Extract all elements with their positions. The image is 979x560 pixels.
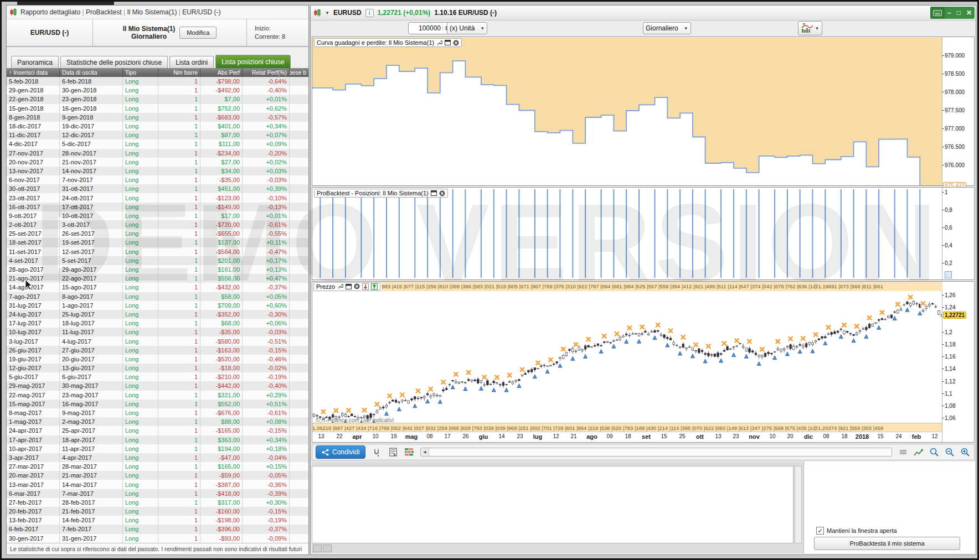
table-row[interactable]: 13-feb-201714-feb-2017Long1-$198,00-0,19… — [7, 516, 308, 525]
table-row[interactable]: 30-gen-201731-gen-2017Long1-$93,00-0,09% — [7, 534, 308, 543]
table-row[interactable]: 3-lug-20174-lug-2017Long1-$580,00-0,51% — [7, 336, 308, 345]
table-row[interactable]: 28-ago-201729-ago-2017Long1$161,00+0,13% — [7, 265, 308, 274]
table-row[interactable]: 13-nov-201714-nov-2017Long1$34,00+0,03% — [7, 167, 308, 175]
chart-type-button[interactable]: ▼ — [798, 21, 822, 35]
table-row[interactable]: 8-mag-20179-mag-2017Long1-$676,00-0,61% — [7, 408, 308, 417]
table-row[interactable]: 15-mag-201716-mag-2017Long1$552,00+0,51% — [7, 400, 308, 408]
close-button[interactable]: ✕ — [963, 7, 975, 19]
tab-statistiche-delle-posizioni-chiuse[interactable]: Statistiche delle posizioni chiuse — [60, 56, 168, 68]
table-row[interactable]: 22-mag-201723-mag-2017Long1$321,00+0,29% — [7, 391, 308, 400]
tab-lista-ordini[interactable]: Lista ordini — [169, 56, 214, 68]
maximize-button[interactable]: □ — [954, 7, 963, 19]
table-row[interactable]: 20-mar-201721-mar-2017Long1-$59,00-0,05% — [7, 471, 308, 480]
table-row[interactable]: 17-lug-201718-lug-2017Long1$68,00+0,06% — [7, 319, 308, 328]
table-row[interactable]: 20-nov-201721-nov-2017Long1$27,00+0,02% — [7, 158, 308, 167]
column-header[interactable]: Data di uscita — [60, 68, 123, 77]
keyboard-icon[interactable] — [930, 7, 945, 19]
modify-button[interactable]: Modifica — [179, 27, 217, 39]
breadcrumb-item[interactable]: EUR/USD (-) — [182, 8, 220, 16]
horizontal-scrollbar[interactable]: ◀ — [420, 448, 892, 457]
keep-open-option[interactable]: ✓ Mantieni la finestra aperta — [816, 527, 897, 535]
column-header[interactable]: Relat Perf(%) — [243, 68, 290, 77]
close-icon[interactable] — [453, 40, 459, 46]
backtest-bricks-icon[interactable] — [404, 447, 415, 458]
table-row[interactable]: 21-ago-201722-ago-2017Long1$556,00+0,47% — [7, 274, 308, 283]
close-icon[interactable] — [439, 190, 445, 196]
link-tool-icon[interactable] — [371, 447, 382, 458]
window-icon[interactable] — [431, 190, 437, 196]
table-row[interactable]: 4-dic-20175-dic-2017Long1$111,00+0,09% — [7, 139, 308, 148]
table-row[interactable]: 30-ott-201731-ott-2017Long1$451,00+0,39% — [7, 184, 308, 193]
table-row[interactable]: 6-nov-20177-nov-2017Long1-$35,00-0,03% — [7, 175, 308, 184]
table-row[interactable]: 24-lug-201725-lug-2017Long1-$352,00-0,30… — [7, 310, 308, 319]
resize-grip[interactable] — [323, 545, 332, 552]
table-row[interactable]: 9-ott-201710-ott-2017Long1$17,00+0,01% — [7, 211, 308, 220]
sell-arrow-icon[interactable] — [362, 283, 369, 290]
table-row[interactable]: 26-giu-201727-giu-2017Long1-$163,00-0,15… — [7, 346, 308, 355]
tab-lista-posizioni-chiuse[interactable]: Lista posizioni chiuse — [215, 55, 290, 68]
table-row[interactable]: 17-apr-201718-apr-2017Long1$363,00+0,34% — [7, 435, 308, 444]
table-row[interactable]: 6-mar-20177-mar-2017Long1-$418,00-0,39% — [7, 489, 308, 498]
table-row[interactable]: 25-set-201726-set-2017Long1-$655,00-0,55… — [7, 229, 308, 238]
table-row[interactable]: 22-gen-201823-gen-2018Long1$7,00+0,01% — [7, 95, 308, 103]
column-header[interactable]: Nm barre — [158, 68, 200, 77]
table-row[interactable]: 19-giu-201720-giu-2017Long1-$520,00-0,46… — [7, 355, 308, 364]
table-row[interactable]: 29-mag-201730-mag-2017Long1-$442,00-0,40… — [7, 381, 308, 390]
table-row[interactable]: 3-apr-20174-apr-2017Long1-$47,00-0,04% — [7, 453, 308, 462]
quantity-value[interactable]: 100000 — [409, 24, 442, 32]
table-row[interactable]: 8-gen-20189-gen-2018Long1-$683,00-0,57% — [7, 113, 308, 122]
table-row[interactable]: 2-ott-20173-ott-2017Long1-$720,00-0,61% — [7, 220, 308, 229]
buy-arrow-icon[interactable] — [371, 283, 378, 290]
scale-handle[interactable] — [945, 271, 952, 278]
minimize-button[interactable]: – — [945, 7, 954, 19]
table-row[interactable]: 1-mag-20172-mag-2017Long1$88,00+0,08% — [7, 417, 308, 426]
breadcrumb-item[interactable]: Il Mio Sistema(1) — [127, 8, 177, 16]
table-row[interactable]: 16-ott-201717-ott-2017Long1-$149,00-0,13… — [7, 203, 308, 211]
breadcrumb-item[interactable]: ProBacktest — [86, 8, 122, 16]
table-row[interactable]: 5-feb-20186-feb-2018Long1-$798,00-0,64% — [7, 77, 308, 86]
column-header[interactable]: ↑ Inserisci data — [7, 68, 60, 77]
table-row[interactable]: 5-giu-20176-giu-2017Long1-$210,00-0,19% — [7, 372, 308, 381]
unit-dropdown[interactable]: (x) Unità▼ — [447, 22, 487, 34]
info-icon[interactable]: i — [365, 9, 374, 17]
table-row[interactable]: 13-mar-201714-mar-2017Long1-$387,00-0,36… — [7, 480, 308, 489]
table-row[interactable]: 27-nov-201728-nov-2017Long1-$234,00-0,20… — [7, 149, 308, 158]
share-button[interactable]: Condividi — [316, 445, 365, 459]
quantity-stepper[interactable]: 100000 ▲▼ — [408, 22, 450, 34]
close-icon[interactable] — [354, 283, 360, 289]
wrench-icon[interactable] — [337, 283, 343, 289]
table-row[interactable]: 27-feb-201728-feb-2017Long1$317,00+0,30% — [7, 498, 308, 507]
scroll-left-icon[interactable]: ◀ — [421, 448, 429, 456]
tab-panoramica[interactable]: Panoramica — [11, 56, 59, 68]
window-icon[interactable] — [346, 284, 352, 289]
breadcrumb-item[interactable]: Rapporto dettagliato — [20, 8, 80, 16]
table-row[interactable]: 10-lug-201711-lug-2017Long1-$35,00-0,03% — [7, 328, 308, 336]
table-row[interactable]: 18-set-201719-set-2017Long1$137,00+0,11% — [7, 238, 308, 247]
table-row[interactable]: 24-apr-201725-apr-2017Long1-$165,00-0,15… — [7, 426, 308, 435]
table-row[interactable]: 11-set-201712-set-2017Long1-$564,00-0,47… — [7, 247, 308, 256]
window-icon[interactable] — [445, 40, 451, 45]
table-row[interactable]: 6-feb-20177-feb-2017Long1-$396,00-0,37% — [7, 525, 308, 533]
table-row[interactable]: 23-ott-201724-ott-2017Long1-$123,00-0,10… — [7, 193, 308, 202]
report-document-icon[interactable] — [388, 447, 399, 458]
table-row[interactable]: 18-dic-201719-dic-2017Long1$401,00+0,34% — [7, 122, 308, 131]
table-row[interactable]: 27-mar-201728-mar-2017Long1$165,00+0,15% — [7, 462, 308, 471]
table-row[interactable]: 7-ago-20178-ago-2017Long1$58,00+0,05% — [7, 292, 308, 301]
vertical-scrollbar[interactable] — [795, 466, 802, 543]
wrench-icon[interactable] — [436, 40, 442, 46]
zoom-in-icon[interactable] — [960, 447, 971, 458]
zoom-out-icon[interactable] — [944, 447, 955, 458]
table-row[interactable]: 14-ago-201715-ago-2017Long1-$432,00-0,37… — [7, 283, 308, 292]
table-row[interactable]: 20-feb-201721-feb-2017Long1-$160,00-0,15… — [7, 507, 308, 516]
table-row[interactable]: 4-set-20175-set-2017Long1$201,00+0,17% — [7, 256, 308, 265]
resize-grip[interactable] — [313, 545, 322, 552]
column-header[interactable]: Tipo — [123, 68, 158, 77]
table-row[interactable]: 15-gen-201816-gen-2018Long1$752,00+0,62% — [7, 104, 308, 113]
list-icon[interactable] — [898, 447, 909, 458]
chart-zoom-icon[interactable] — [913, 447, 924, 458]
keep-open-checkbox[interactable]: ✓ — [816, 527, 824, 535]
table-row[interactable]: 11-dic-201712-dic-2017Long1$87,00+0,07% — [7, 131, 308, 139]
table-row[interactable]: 29-gen-201830-gen-2018Long1-$492,00-0,40… — [7, 86, 308, 95]
column-header[interactable]: Abs Perf — [200, 68, 243, 77]
table-row[interactable]: 31-lug-20171-ago-2017Long1$709,00+0,60% — [7, 301, 308, 310]
